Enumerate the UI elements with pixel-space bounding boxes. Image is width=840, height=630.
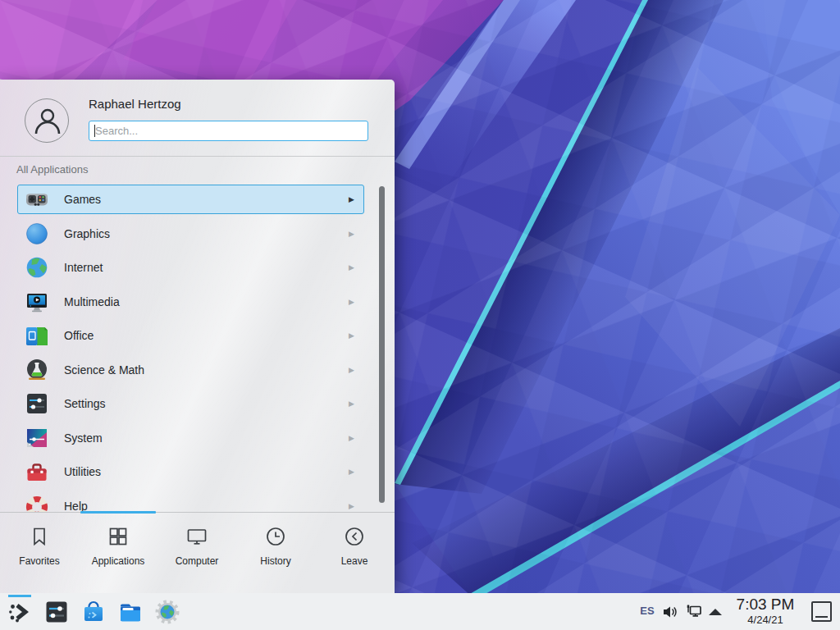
monitor-icon [185,525,208,548]
kickoff-icon [7,599,33,625]
category-office[interactable]: Office ▶ [17,321,364,350]
user-avatar[interactable] [25,98,69,143]
system-settings-icon [43,599,70,625]
submenu-arrow-icon: ▶ [349,434,354,442]
bookmark-icon [28,525,51,548]
search-field[interactable] [89,121,368,141]
category-internet[interactable]: Internet ▶ [17,253,364,282]
folder-icon [117,599,144,625]
tab-history[interactable]: History [236,515,315,593]
games-icon [24,186,50,212]
tab-favorites[interactable]: Favorites [0,515,79,593]
tab-label: Applications [92,555,145,567]
discover-icon [80,599,107,625]
grid-icon [107,525,130,548]
category-help[interactable]: Help ▶ [17,491,364,513]
category-graphics[interactable]: Graphics ▶ [17,219,364,249]
network-button[interactable] [684,601,704,624]
keyboard-layout-indicator[interactable]: ES [637,605,658,617]
tab-label: Favorites [19,555,59,567]
system-settings-button[interactable] [43,599,70,625]
dolphin-button[interactable] [117,599,144,625]
clock-time: 7:03 PM [728,596,802,614]
help-icon [24,493,50,513]
web-browser-button[interactable] [154,599,180,625]
system-icon [24,425,50,451]
category-label: Multimedia [64,295,120,308]
taskbar-panel: ES 7:03 PM 4/24/21 [0,593,840,630]
speaker-icon [661,603,679,621]
clock-icon [264,525,287,548]
active-tab-indicator [80,511,156,514]
leave-icon [343,525,366,548]
expand-tray-arrow[interactable] [709,609,722,615]
network-icon [684,601,704,621]
category-label: Settings [64,397,106,410]
tab-applications[interactable]: Applications [79,515,158,593]
category-settings[interactable]: Settings ▶ [17,389,364,418]
section-label: All Applications [16,163,88,176]
application-launcher-popup: Raphael Hertzog All Applications [0,80,395,593]
show-desktop-button[interactable] [811,601,832,622]
active-task-indicator [8,595,31,597]
category-label: Science & Math [64,363,144,377]
category-list: Games ▶ Graphics ▶ [0,182,374,512]
tab-computer[interactable]: Computer [158,515,236,593]
user-icon [25,99,70,144]
desktop: Raphael Hertzog All Applications [0,0,840,630]
submenu-arrow-icon: ▶ [349,331,354,340]
graphics-icon [24,221,50,247]
submenu-arrow-icon: ▶ [349,195,354,203]
category-label: Internet [64,261,103,274]
category-label: Office [64,329,94,342]
submenu-arrow-icon: ▶ [349,502,354,510]
application-launcher-button[interactable] [7,599,33,625]
settings-icon [24,390,50,417]
launcher-tabbar: Favorites Applications [0,515,395,593]
tab-label: History [260,555,290,567]
tab-leave[interactable]: Leave [315,515,394,593]
search-input[interactable] [89,121,368,140]
internet-icon [24,254,50,281]
globe-gear-icon [154,599,180,625]
scrollbar[interactable] [379,186,385,503]
submenu-arrow-icon: ▶ [349,468,354,476]
tab-label: Computer [176,555,219,567]
utilities-icon [24,459,50,485]
multimedia-icon [24,289,50,315]
submenu-arrow-icon: ▶ [349,298,354,306]
category-system[interactable]: System ▶ [17,423,364,453]
submenu-arrow-icon: ▶ [349,230,354,238]
text-caret [94,125,95,137]
category-utilities[interactable]: Utilities ▶ [17,457,364,486]
science-icon [24,357,50,383]
clock-date: 4/24/21 [728,614,802,626]
category-label: Help [64,500,88,513]
discover-button[interactable] [80,599,107,625]
user-name: Raphael Hertzog [89,97,181,111]
volume-button[interactable] [661,603,679,624]
category-label: Games [64,193,101,206]
category-label: System [64,431,103,445]
category-label: Graphics [64,227,110,240]
category-multimedia[interactable]: Multimedia ▶ [17,287,364,317]
submenu-arrow-icon: ▶ [349,263,354,272]
tab-label: Leave [341,555,368,567]
header-separator [0,156,395,157]
category-science-math[interactable]: Science & Math ▶ [17,355,364,385]
category-label: Utilities [64,465,101,478]
digital-clock[interactable]: 7:03 PM 4/24/21 [728,596,802,626]
office-icon [24,322,50,349]
submenu-arrow-icon: ▶ [349,366,354,374]
submenu-arrow-icon: ▶ [349,399,354,408]
tabbar-separator [0,512,395,513]
category-games[interactable]: Games ▶ [17,185,364,214]
